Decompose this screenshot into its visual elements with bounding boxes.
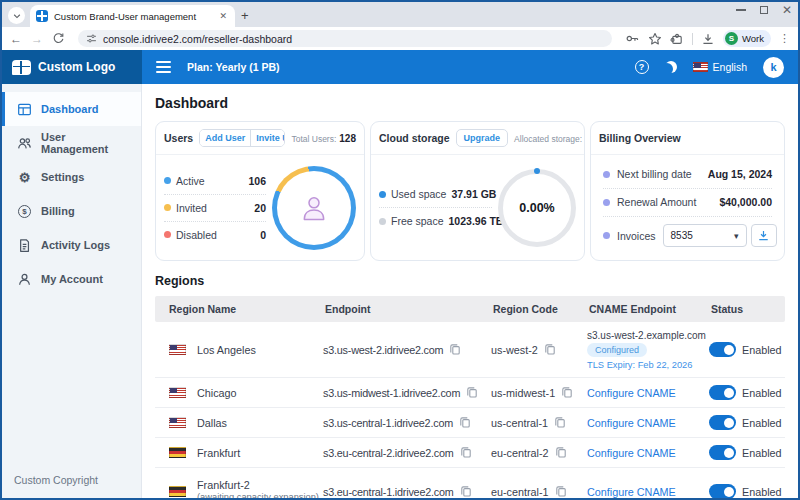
invoice-download-button[interactable] xyxy=(751,224,777,247)
sidebar-item-label: Settings xyxy=(41,171,84,183)
copy-icon[interactable] xyxy=(460,446,472,459)
url-text: console.idrivee2.com/reseller-dashboard xyxy=(103,33,292,45)
total-users: Total Users: 128 xyxy=(291,133,356,144)
app-header-actions: ? English k xyxy=(635,57,784,78)
configure-cname-link[interactable]: Configure CNAME xyxy=(587,486,676,498)
billing-card-title: Billing Overview xyxy=(599,132,681,144)
region-name: Frankfurt xyxy=(197,447,240,459)
renewal-amount-row: Renewal Amount $40,000.00 xyxy=(603,188,772,216)
storage-stats-list: Used space 37.91 GB Free space 1023.96 T… xyxy=(379,181,492,234)
password-key-icon[interactable] xyxy=(625,31,640,46)
dark-mode-moon-icon[interactable] xyxy=(665,61,677,73)
status-label: Enabled xyxy=(742,344,782,356)
sidebar-item-user-management[interactable]: User Management xyxy=(2,126,141,160)
billing-dot-icon xyxy=(603,171,610,178)
col-region-name: Region Name xyxy=(155,303,323,315)
status-toggle[interactable] xyxy=(709,415,736,430)
billing-dot-icon xyxy=(603,199,610,206)
stat-label: Invited xyxy=(176,202,207,214)
language-selector[interactable]: English xyxy=(693,61,747,73)
billing-dot-icon xyxy=(603,232,610,239)
us-flag-icon xyxy=(169,387,186,398)
region-code: eu-central-1 xyxy=(491,486,549,498)
sidebar-item-my-account[interactable]: My Account xyxy=(2,262,141,296)
toolbar-divider xyxy=(692,33,693,45)
configure-cname-link[interactable]: Configure CNAME xyxy=(587,447,676,459)
copy-icon[interactable] xyxy=(544,343,556,356)
status-toggle[interactable] xyxy=(709,445,736,460)
tls-expiry[interactable]: TLS Expiry: Feb 22, 2026 xyxy=(587,360,692,370)
status-label: Enabled xyxy=(742,486,782,498)
sidebar-item-dashboard[interactable]: Dashboard xyxy=(2,92,141,126)
copy-icon[interactable] xyxy=(554,416,566,429)
window-maximize-icon[interactable] xyxy=(760,6,768,14)
add-user-button[interactable]: Add User xyxy=(200,130,250,146)
configure-cname-link[interactable]: Configure CNAME xyxy=(587,387,676,399)
forward-icon[interactable]: → xyxy=(31,33,43,45)
copy-icon[interactable] xyxy=(561,386,573,399)
extensions-puzzle-icon[interactable] xyxy=(670,32,684,46)
tab-close-icon[interactable]: ✕ xyxy=(217,11,229,21)
reload-icon[interactable] xyxy=(52,32,65,45)
storage-used-marker xyxy=(534,168,540,174)
sidebar-item-billing[interactable]: $ Billing xyxy=(2,194,141,228)
copy-icon[interactable] xyxy=(460,485,472,498)
chevron-down-icon xyxy=(12,11,22,21)
copy-icon[interactable] xyxy=(466,386,478,399)
chevron-down-icon: ▾ xyxy=(734,231,739,241)
sidebar-item-activity-logs[interactable]: Activity Logs xyxy=(2,228,141,262)
copy-icon[interactable] xyxy=(449,343,461,356)
stat-value: 0 xyxy=(260,229,266,241)
tab-search-chevron-icon[interactable] xyxy=(8,7,25,24)
downloads-icon[interactable] xyxy=(701,32,715,46)
storage-card-title: Cloud storage xyxy=(379,132,450,144)
status-toggle[interactable] xyxy=(709,484,736,498)
status-toggle[interactable] xyxy=(709,342,736,357)
window-minimize-icon[interactable] xyxy=(736,9,746,10)
billing-rows: Next billing date Aug 15, 2024 Renewal A… xyxy=(599,161,776,255)
stat-label: Disabled xyxy=(176,229,217,241)
endpoint-text: s3.eu-central-2.idrivee2.com xyxy=(323,447,454,459)
stat-value: 106 xyxy=(248,175,266,187)
regions-table-header: Region Name Endpoint Region Code CNAME E… xyxy=(155,296,785,322)
status-label: Enabled xyxy=(742,447,782,459)
user-avatar[interactable]: k xyxy=(763,57,784,78)
copy-icon[interactable] xyxy=(459,416,471,429)
logo-text: Custom Logo xyxy=(38,60,115,74)
regions-title: Regions xyxy=(155,274,785,288)
logo-panel[interactable]: Custom Logo xyxy=(2,50,142,84)
configure-cname-link[interactable]: Configure CNAME xyxy=(587,417,676,429)
status-toggle[interactable] xyxy=(709,385,736,400)
stat-value: 37.91 GB xyxy=(451,188,496,200)
hamburger-menu-icon[interactable] xyxy=(156,61,171,72)
invite-users-button[interactable]: Invite Users xyxy=(250,130,285,146)
window-controls: ✕ xyxy=(736,5,792,15)
back-icon[interactable]: ← xyxy=(10,33,22,45)
stat-invited: Invited 20 xyxy=(164,194,266,221)
stat-value: 20 xyxy=(254,202,266,214)
invoice-select[interactable]: 8535 ▾ xyxy=(663,224,747,247)
language-label: English xyxy=(713,61,747,73)
sidebar-item-label: Dashboard xyxy=(41,103,98,115)
browser-window: Custom Brand-User management ✕ + ✕ ← → c… xyxy=(0,0,800,500)
window-close-icon[interactable]: ✕ xyxy=(782,5,792,15)
browser-menu-kebab-icon[interactable]: ⋮ xyxy=(779,32,790,45)
help-icon[interactable]: ? xyxy=(635,60,649,74)
site-settings-icon[interactable] xyxy=(86,33,97,44)
copy-icon[interactable] xyxy=(555,446,567,459)
bookmark-star-icon[interactable] xyxy=(648,32,662,46)
germany-flag-icon xyxy=(169,486,186,497)
new-tab-button[interactable]: + xyxy=(241,8,249,23)
address-bar[interactable]: console.idrivee2.com/reseller-dashboard xyxy=(78,30,612,47)
region-code: us-central-1 xyxy=(491,417,548,429)
browser-tab[interactable]: Custom Brand-User management ✕ xyxy=(30,5,235,27)
browser-profile-button[interactable]: S Work xyxy=(723,30,771,47)
renewal-value: $40,000.00 xyxy=(719,196,772,208)
download-icon xyxy=(757,229,770,242)
sidebar-item-settings[interactable]: ⚙ Settings xyxy=(2,160,141,194)
upgrade-button[interactable]: Upgrade xyxy=(456,129,509,147)
status-label: Enabled xyxy=(742,417,782,429)
stat-used-space: Used space 37.91 GB xyxy=(379,181,492,207)
copy-icon[interactable] xyxy=(555,485,567,498)
active-dot-icon xyxy=(164,177,171,184)
